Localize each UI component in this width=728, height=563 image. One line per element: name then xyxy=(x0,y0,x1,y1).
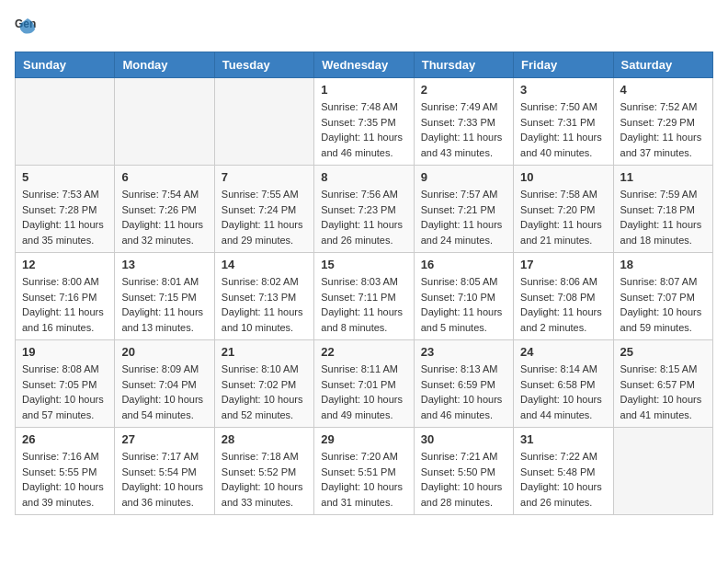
calendar-cell: 7Sunrise: 7:55 AM Sunset: 7:24 PM Daylig… xyxy=(214,166,313,253)
calendar-cell: 30Sunrise: 7:21 AM Sunset: 5:50 PM Dayli… xyxy=(414,428,513,515)
day-number: 4 xyxy=(620,83,706,97)
day-number: 19 xyxy=(22,345,108,359)
day-info: Sunrise: 8:10 AM Sunset: 7:02 PM Dayligh… xyxy=(222,362,307,422)
calendar-cell: 14Sunrise: 8:02 AM Sunset: 7:13 PM Dayli… xyxy=(214,253,313,340)
day-info: Sunrise: 7:52 AM Sunset: 7:29 PM Dayligh… xyxy=(620,99,706,160)
day-number: 14 xyxy=(222,258,307,271)
day-number: 24 xyxy=(520,345,606,359)
calendar-cell: 2Sunrise: 7:49 AM Sunset: 7:33 PM Daylig… xyxy=(414,78,513,166)
day-number: 27 xyxy=(121,432,207,446)
calendar-cell: 22Sunrise: 8:11 AM Sunset: 7:01 PM Dayli… xyxy=(314,340,414,428)
calendar-cell xyxy=(115,78,214,166)
week-row-1: 1Sunrise: 7:48 AM Sunset: 7:35 PM Daylig… xyxy=(16,78,713,166)
day-info: Sunrise: 7:21 AM Sunset: 5:50 PM Dayligh… xyxy=(421,449,506,510)
calendar-cell: 3Sunrise: 7:50 AM Sunset: 7:31 PM Daylig… xyxy=(514,78,613,166)
day-info: Sunrise: 8:14 AM Sunset: 6:58 PM Dayligh… xyxy=(520,362,606,422)
calendar-cell: 21Sunrise: 8:10 AM Sunset: 7:02 PM Dayli… xyxy=(214,340,313,428)
calendar-cell: 17Sunrise: 8:06 AM Sunset: 7:08 PM Dayli… xyxy=(514,253,613,340)
week-row-3: 12Sunrise: 8:00 AM Sunset: 7:16 PM Dayli… xyxy=(16,253,713,340)
day-number: 18 xyxy=(620,258,706,271)
calendar-cell: 13Sunrise: 8:01 AM Sunset: 7:15 PM Dayli… xyxy=(115,253,214,340)
day-number: 23 xyxy=(421,345,506,359)
calendar-cell: 25Sunrise: 8:15 AM Sunset: 6:57 PM Dayli… xyxy=(613,340,712,428)
calendar-cell xyxy=(613,428,712,515)
calendar-cell: 1Sunrise: 7:48 AM Sunset: 7:35 PM Daylig… xyxy=(314,78,414,166)
day-info: Sunrise: 7:58 AM Sunset: 7:20 PM Dayligh… xyxy=(520,187,606,247)
day-number: 1 xyxy=(321,83,406,97)
day-info: Sunrise: 7:53 AM Sunset: 7:28 PM Dayligh… xyxy=(22,187,108,247)
day-info: Sunrise: 7:18 AM Sunset: 5:52 PM Dayligh… xyxy=(222,449,307,510)
day-info: Sunrise: 7:49 AM Sunset: 7:33 PM Dayligh… xyxy=(421,99,506,160)
day-number: 22 xyxy=(321,345,406,359)
day-number: 21 xyxy=(222,345,307,359)
day-number: 8 xyxy=(321,170,406,184)
day-header-sunday: Sunday xyxy=(16,52,115,78)
day-number: 9 xyxy=(421,170,506,184)
day-info: Sunrise: 8:11 AM Sunset: 7:01 PM Dayligh… xyxy=(321,362,406,422)
calendar-cell: 16Sunrise: 8:05 AM Sunset: 7:10 PM Dayli… xyxy=(414,253,513,340)
day-header-wednesday: Wednesday xyxy=(314,52,414,78)
calendar-table: SundayMondayTuesdayWednesdayThursdayFrid… xyxy=(15,52,713,515)
day-number: 31 xyxy=(520,432,606,446)
day-number: 5 xyxy=(22,170,108,184)
calendar-cell xyxy=(16,78,115,166)
day-header-thursday: Thursday xyxy=(414,52,513,78)
day-info: Sunrise: 8:00 AM Sunset: 7:16 PM Dayligh… xyxy=(22,274,108,335)
day-number: 30 xyxy=(421,432,506,446)
day-info: Sunrise: 8:08 AM Sunset: 7:05 PM Dayligh… xyxy=(22,362,108,422)
calendar-cell: 19Sunrise: 8:08 AM Sunset: 7:05 PM Dayli… xyxy=(16,340,115,428)
week-row-2: 5Sunrise: 7:53 AM Sunset: 7:28 PM Daylig… xyxy=(16,166,713,253)
day-info: Sunrise: 7:54 AM Sunset: 7:26 PM Dayligh… xyxy=(121,187,207,247)
calendar-cell: 31Sunrise: 7:22 AM Sunset: 5:48 PM Dayli… xyxy=(514,428,613,515)
day-number: 17 xyxy=(520,258,606,271)
day-number: 7 xyxy=(222,170,307,184)
week-row-4: 19Sunrise: 8:08 AM Sunset: 7:05 PM Dayli… xyxy=(16,340,713,428)
days-header-row: SundayMondayTuesdayWednesdayThursdayFrid… xyxy=(16,52,713,78)
calendar-cell: 12Sunrise: 8:00 AM Sunset: 7:16 PM Dayli… xyxy=(16,253,115,340)
day-number: 13 xyxy=(121,258,207,271)
day-info: Sunrise: 7:16 AM Sunset: 5:55 PM Dayligh… xyxy=(22,449,108,510)
day-number: 10 xyxy=(520,170,606,184)
day-info: Sunrise: 8:13 AM Sunset: 6:59 PM Dayligh… xyxy=(421,362,506,422)
day-info: Sunrise: 7:56 AM Sunset: 7:23 PM Dayligh… xyxy=(321,187,406,247)
day-info: Sunrise: 8:05 AM Sunset: 7:10 PM Dayligh… xyxy=(421,274,506,335)
calendar-cell: 6Sunrise: 7:54 AM Sunset: 7:26 PM Daylig… xyxy=(115,166,214,253)
day-info: Sunrise: 8:06 AM Sunset: 7:08 PM Dayligh… xyxy=(520,274,606,335)
calendar-cell: 11Sunrise: 7:59 AM Sunset: 7:18 PM Dayli… xyxy=(613,166,712,253)
day-number: 2 xyxy=(421,83,506,97)
day-info: Sunrise: 7:22 AM Sunset: 5:48 PM Dayligh… xyxy=(520,449,606,510)
day-number: 20 xyxy=(121,345,207,359)
day-info: Sunrise: 8:15 AM Sunset: 6:57 PM Dayligh… xyxy=(620,362,706,422)
day-number: 26 xyxy=(22,432,108,446)
day-header-monday: Monday xyxy=(115,52,214,78)
calendar-cell: 18Sunrise: 8:07 AM Sunset: 7:07 PM Dayli… xyxy=(613,253,712,340)
calendar-cell: 26Sunrise: 7:16 AM Sunset: 5:55 PM Dayli… xyxy=(16,428,115,515)
day-info: Sunrise: 8:07 AM Sunset: 7:07 PM Dayligh… xyxy=(620,274,706,335)
calendar-cell: 4Sunrise: 7:52 AM Sunset: 7:29 PM Daylig… xyxy=(613,78,712,166)
calendar-cell: 10Sunrise: 7:58 AM Sunset: 7:20 PM Dayli… xyxy=(514,166,613,253)
day-info: Sunrise: 8:02 AM Sunset: 7:13 PM Dayligh… xyxy=(222,274,307,335)
calendar-cell: 20Sunrise: 8:09 AM Sunset: 7:04 PM Dayli… xyxy=(115,340,214,428)
calendar-cell: 9Sunrise: 7:57 AM Sunset: 7:21 PM Daylig… xyxy=(414,166,513,253)
calendar-cell: 29Sunrise: 7:20 AM Sunset: 5:51 PM Dayli… xyxy=(314,428,414,515)
day-info: Sunrise: 7:17 AM Sunset: 5:54 PM Dayligh… xyxy=(121,449,207,510)
day-number: 16 xyxy=(421,258,506,271)
calendar-cell: 5Sunrise: 7:53 AM Sunset: 7:28 PM Daylig… xyxy=(16,166,115,253)
day-number: 3 xyxy=(520,83,606,97)
day-info: Sunrise: 8:01 AM Sunset: 7:15 PM Dayligh… xyxy=(121,274,207,335)
day-info: Sunrise: 7:48 AM Sunset: 7:35 PM Dayligh… xyxy=(321,99,406,160)
calendar-cell: 24Sunrise: 8:14 AM Sunset: 6:58 PM Dayli… xyxy=(514,340,613,428)
day-number: 28 xyxy=(222,432,307,446)
logo: Gen xyxy=(15,15,44,40)
day-info: Sunrise: 7:59 AM Sunset: 7:18 PM Dayligh… xyxy=(620,187,706,247)
day-info: Sunrise: 7:50 AM Sunset: 7:31 PM Dayligh… xyxy=(520,99,606,160)
day-info: Sunrise: 7:55 AM Sunset: 7:24 PM Dayligh… xyxy=(222,187,307,247)
day-number: 15 xyxy=(321,258,406,271)
day-number: 29 xyxy=(321,432,406,446)
day-info: Sunrise: 8:03 AM Sunset: 7:11 PM Dayligh… xyxy=(321,274,406,335)
day-info: Sunrise: 7:20 AM Sunset: 5:51 PM Dayligh… xyxy=(321,449,406,510)
calendar-cell xyxy=(214,78,313,166)
day-info: Sunrise: 7:57 AM Sunset: 7:21 PM Dayligh… xyxy=(421,187,506,247)
day-header-tuesday: Tuesday xyxy=(214,52,313,78)
day-number: 12 xyxy=(22,258,108,271)
